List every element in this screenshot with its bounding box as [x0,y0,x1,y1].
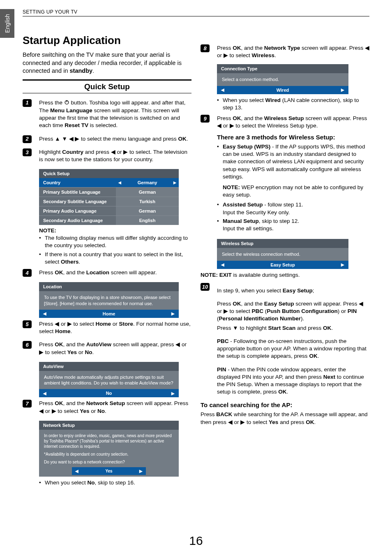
arrow-left-icon: ◀ [69,136,74,142]
arrow-left-icon: ◀ [39,408,44,414]
arrow-down-icon: ▼ [62,136,67,142]
osd-title: Quick Setup [39,169,179,178]
arrow-right-icon: ▶ [341,88,344,92]
page-header: SETTING UP YOUR TV [23,9,369,16]
arrow-right-icon: ▶ [171,311,175,316]
arrow-up-icon: ▲ [55,136,60,142]
arrow-right-icon: ▶ [139,468,143,474]
arrow-left-icon: ◀ [118,181,121,185]
arrow-left-icon: ◀ [217,123,221,129]
step-1: 1 Press the button. Toshiba logo will ap… [23,99,191,131]
arrow-down-icon: ▼ [233,325,238,331]
step-7: 7 Press OK, and the Network Setup screen… [23,400,191,416]
page: SETTING UP YOUR TV Startup Application B… [0,0,392,490]
arrow-right-icon: ▶ [341,262,344,267]
osd-autoview: AutoView AutoView mode automatically adj… [39,362,179,398]
arrow-left-icon: ◀ [43,311,46,316]
arrow-right-icon: ▶ [224,52,228,58]
columns: Startup Application Before switching on … [23,24,369,490]
arrow-right-icon: ▶ [67,321,72,327]
arrow-left-icon: ◀ [365,45,369,51]
arrow-right-icon: ▶ [230,123,234,129]
step-2: 2 Press ▲ ▼ ◀ ▶ to select the menu langu… [23,135,191,144]
arrow-right-icon: ▶ [224,308,228,314]
table-row: Primary Subtitle LanguageGerman [39,187,179,197]
note-after-network: •When you select No, skip to step 16. [39,479,191,486]
language-tab-label: English [4,14,11,33]
arrow-left-icon: ◀ [75,468,78,474]
arrow-right-icon: ▶ [171,391,175,396]
language-tab: English [0,9,14,38]
step-10: 10 In step 9, when you select Easy Setup… [201,283,369,398]
col-right: 8 Press OK, and the Network Type screen … [201,24,369,490]
arrow-left-icon: ◀ [111,149,115,155]
note-exit: NOTE: EXIT is available during settings. [201,271,369,279]
methods-heading: There are 3 methods for Wireless Setup: [217,133,369,141]
cancel-para: Press BACK while searching for the AP. A… [201,411,369,426]
step-8: 8 Press OK, and the Network Type screen … [201,44,369,61]
arrow-left-icon: ◀ [359,301,363,307]
arrow-right-icon: ▶ [52,408,56,414]
step-6: 6 Press OK, and the AutoView screen will… [23,341,191,357]
osd-location: Location To use the TV for displaying in… [39,282,179,318]
arrow-left-icon: ◀ [43,391,46,396]
osd-quick-setup: Quick Setup Country ◀Germany▶ Primary Su… [39,169,179,225]
arrow-left-icon: ◀ [221,88,224,92]
power-icon [64,100,69,107]
arrow-left-icon: ◀ [55,321,59,327]
section-quick-setup: Quick Setup [23,79,191,93]
table-row: Country ◀Germany▶ [39,178,179,187]
arrow-right-icon: ▶ [123,149,128,155]
col-left: Startup Application Before switching on … [23,24,191,490]
step-5: 5 Press ◀ or ▶ to select Home or Store. … [23,320,191,337]
step-badge: 1 [23,99,32,107]
arrow-right-icon: ▶ [39,349,44,355]
cancel-heading: To cancel searching for the AP: [201,401,369,408]
table-row: Secondary Audio LanguageEnglish [39,215,179,225]
table-row: Secondary Subtitle LanguageTurkish [39,197,179,206]
step-9: 9 Press OK, and the Wireless Setup scree… [201,115,369,236]
arrow-right-icon: ▶ [240,419,245,425]
osd-connection-type: Connection Type Select a connection meth… [217,64,348,94]
arrow-right-icon: ▶ [173,181,176,185]
intro: Before switching on the TV make sure tha… [23,51,191,75]
step-4: 4 Press OK, and the Location screen will… [23,269,191,278]
osd-wireless-setup: Wireless Setup Select the wireless conne… [217,239,348,269]
osd-table: Country ◀Germany▶ Primary Subtitle Langu… [39,178,179,225]
arrow-left-icon: ◀ [228,419,233,425]
page-number: 16 [0,534,392,548]
arrow-left-icon: ◀ [175,341,180,348]
main-title: Startup Application [23,34,191,47]
osd-network-setup: Network Setup In order to enjoy online v… [39,421,179,477]
note-block: NOTE: •The following display menus will … [39,227,191,266]
arrow-left-icon: ◀ [221,262,224,267]
table-row: Primary Audio LanguageGerman [39,206,179,215]
step-3: 3 Highlight Country and press ◀ or ▶ to … [23,148,191,165]
arrow-right-icon: ▶ [75,136,79,142]
